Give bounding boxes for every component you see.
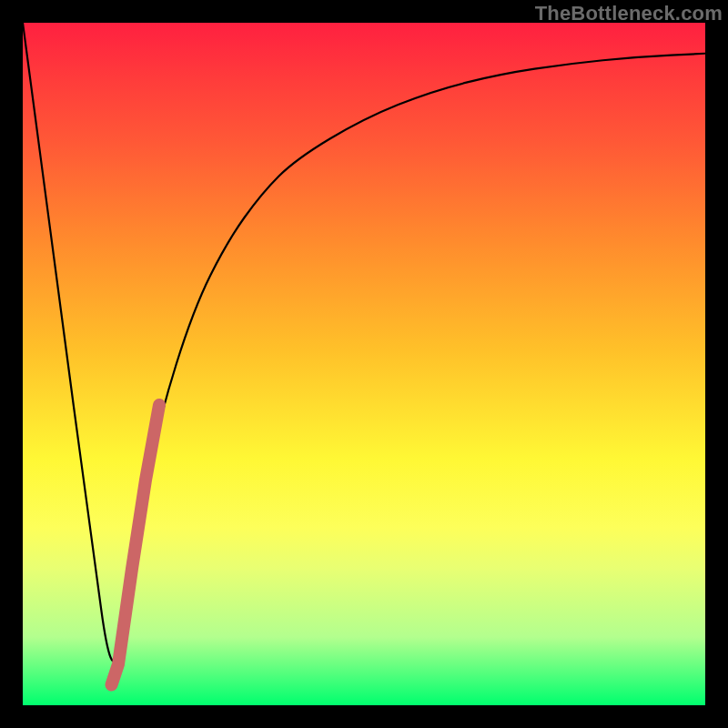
bottleneck-curve-path [23,23,705,662]
recommended-range-path [112,405,160,685]
curve-layer [23,23,705,705]
chart-frame: TheBottleneck.com [0,0,728,728]
plot-area [23,23,705,705]
